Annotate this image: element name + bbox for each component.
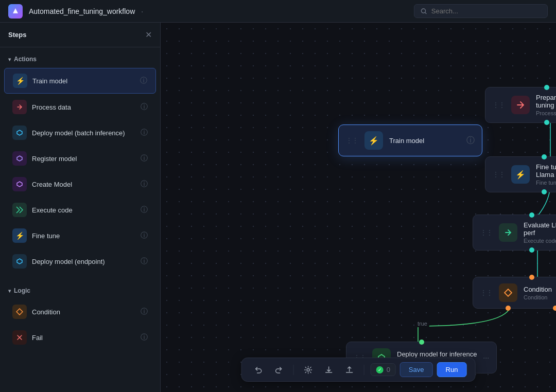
sidebar-item-deploy-endpoint-label: Deploy model (endpoint) [32,258,135,265]
chevron-down-icon-logic: ▾ [8,288,11,294]
sidebar-item-process-data[interactable]: Process data ⓘ [4,95,156,119]
prepare-dataset-connector-bottom [544,120,549,125]
deploy-endpoint-icon [12,254,27,269]
sidebar-item-register-model-info[interactable]: ⓘ [141,154,148,163]
app-title-dot: · [141,7,143,15]
evaluate-llm-icon [499,223,517,242]
svg-point-1 [307,368,309,371]
prepare-dataset-subtitle: Process data [536,110,556,116]
fine-tune-llama-connector-top [542,154,547,159]
run-button[interactable]: Run [437,362,467,377]
fine-tune-llama-icon: ⚡ [511,165,530,184]
sidebar-item-train-model-info[interactable]: ⓘ [140,76,147,85]
node-train-model-dragged[interactable]: ⋮⋮ ⚡ Train model ⓘ [338,124,482,156]
sidebar-item-deploy-endpoint[interactable]: Deploy model (endpoint) ⓘ [4,249,156,274]
sidebar-item-deploy-endpoint-info[interactable]: ⓘ [141,257,148,266]
sidebar-item-create-model[interactable]: Create Model ⓘ [4,172,156,197]
sidebar-item-condition-info[interactable]: ⓘ [141,307,148,316]
evaluate-llm-info: Evaluate LLM perf Execute code [524,221,556,244]
drag-handle-train[interactable]: ⋮⋮ [346,137,358,144]
sidebar-section-actions: ▾ Actions ⚡ Train model ⓘ Process data ⓘ [0,47,160,279]
sidebar-item-deploy-batch[interactable]: Deploy model (batch inference) ⓘ [4,120,156,145]
condition-node-icon [499,283,517,302]
condition-node-title: Condition [524,286,556,293]
node-condition[interactable]: ⋮⋮ Condition Condition ··· [473,277,556,309]
sidebar-item-condition-label: Condition [32,308,135,316]
drag-handle-condition[interactable]: ⋮⋮ [480,289,493,296]
sidebar-title: Steps [8,31,26,39]
sidebar-item-fail-info[interactable]: ⓘ [141,333,148,342]
sidebar-item-execute-code-label: Execute code [32,206,135,214]
node-evaluate-llm[interactable]: ⋮⋮ Evaluate LLM perf Execute code ··· [473,215,556,251]
node-prepare-dataset[interactable]: ⋮⋮ Prepare fine tuning dataset Process d… [485,87,556,123]
sidebar-item-execute-code[interactable]: Execute code ⓘ [4,198,156,222]
deploy-batch-icon [12,126,27,140]
drag-handle-prepare[interactable]: ⋮⋮ [493,101,505,109]
deploy-inference-title: Deploy model for inference [397,350,477,358]
sidebar-item-create-model-info[interactable]: ⓘ [141,180,148,189]
process-data-icon [12,100,27,114]
prepare-dataset-icon [511,96,530,114]
train-model-node-info: Train model [389,137,458,145]
sidebar-item-register-model-label: Register model [32,155,135,163]
train-model-info-icon[interactable]: ⓘ [466,135,475,146]
settings-button[interactable] [300,363,317,377]
evaluate-llm-subtitle: Execute code [524,238,556,244]
prepare-dataset-connector-top [544,85,549,90]
sidebar-item-execute-code-info[interactable]: ⓘ [141,205,148,215]
sidebar-item-condition[interactable]: Condition ⓘ [4,299,156,324]
sidebar-item-process-data-info[interactable]: ⓘ [141,102,148,112]
undo-button[interactable] [250,363,267,377]
sidebar: Steps ✕ ▾ Actions ⚡ Train model ⓘ Proces [0,23,161,392]
search-icon [421,8,427,15]
redo-button[interactable] [271,363,287,377]
sidebar-item-register-model[interactable]: Register model ⓘ [4,146,156,171]
status-dot [376,366,384,373]
upload-button[interactable] [341,363,358,377]
sidebar-section-logic-label: Logic [14,287,30,294]
save-button[interactable]: Save [400,362,433,377]
app-logo [8,4,23,19]
app-title: Automated_fine_tuning_workflow [29,7,135,15]
condition-connector-top [529,275,534,280]
evaluate-llm-title: Evaluate LLM perf [524,221,556,237]
workflow-canvas[interactable]: ⋮⋮ Prepare fine tuning dataset Process d… [161,23,556,392]
train-model-node-icon: ⚡ [364,131,383,150]
toolbar-status: 0 [371,363,396,376]
train-model-node-title: Train model [389,137,458,145]
execute-code-icon [12,203,27,217]
drag-handle-fine-tune[interactable]: ⋮⋮ [493,171,505,178]
node-fine-tune-llama[interactable]: ⋮⋮ ⚡ Fine tune Llama 3.1 Fine tune ··· [485,156,556,192]
fine-tune-llama-title: Fine tune Llama 3.1 [536,163,556,179]
status-count: 0 [387,366,390,373]
condition-icon [12,305,27,319]
sidebar-section-actions-header[interactable]: ▾ Actions [0,51,160,67]
sidebar-item-train-model[interactable]: ⚡ Train model ⓘ [4,68,156,94]
sidebar-item-fail-label: Fail [32,334,135,342]
drag-handle-evaluate[interactable]: ⋮⋮ [480,229,493,236]
sidebar-item-fine-tune-info[interactable]: ⓘ [141,231,148,240]
deploy-inference-menu[interactable]: ··· [483,353,489,362]
prepare-dataset-info: Prepare fine tuning dataset Process data [536,94,556,116]
prepare-dataset-title: Prepare fine tuning dataset [536,94,556,109]
fine-tune-llama-info: Fine tune Llama 3.1 Fine tune [536,163,556,186]
sidebar-close-button[interactable]: ✕ [145,30,152,40]
sidebar-item-fine-tune[interactable]: ⚡ Fine tune ⓘ [4,223,156,248]
evaluate-llm-connector-top [529,212,534,218]
sidebar-item-fail[interactable]: Fail ⓘ [4,325,156,350]
bottom-toolbar: 0 Save Run [241,358,476,382]
sidebar-section-logic: ▾ Logic Condition ⓘ Fail [0,279,160,355]
edge-label-true: true [415,320,429,327]
download-button[interactable] [321,363,337,377]
toolbar-divider-2 [364,365,364,375]
search-bar[interactable] [414,4,548,18]
fine-tune-icon: ⚡ [12,228,27,243]
condition-connector-bottom-right [553,306,556,311]
main-layout: Steps ✕ ▾ Actions ⚡ Train model ⓘ Proces [0,23,556,392]
chevron-down-icon: ▾ [8,57,11,62]
fine-tune-llama-connector-bottom [542,189,547,194]
sidebar-item-deploy-batch-info[interactable]: ⓘ [141,128,148,137]
search-input[interactable] [431,7,541,15]
sidebar-section-logic-header[interactable]: ▾ Logic [0,283,160,298]
condition-node-subtitle: Condition [524,294,556,300]
